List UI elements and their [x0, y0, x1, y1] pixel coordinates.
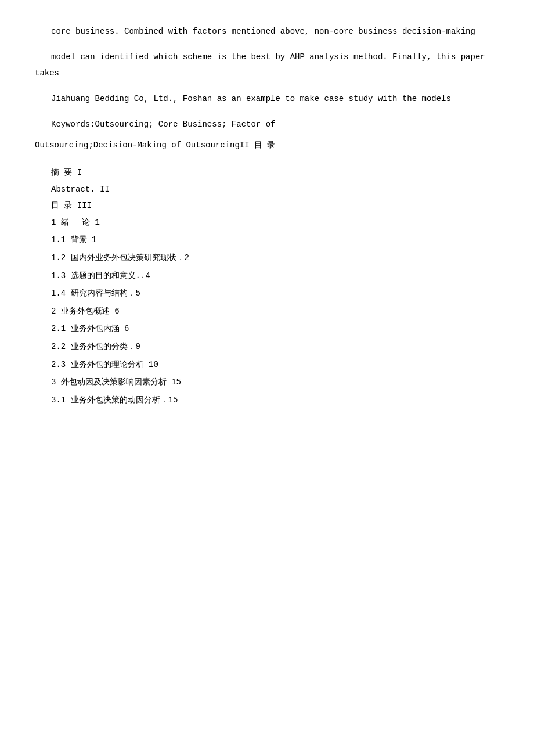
toc-item-1-2-text: 1.2 国内外业务外包决策研究现状．2	[51, 253, 189, 262]
paragraph-3-text: Jiahuang Bedding Co, Ltd., Foshan as an …	[51, 94, 451, 103]
toc-item-1-text: 1 绪 论 1	[51, 218, 100, 227]
toc-zhaiyao-text: 摘 要 I	[51, 168, 82, 177]
toc-item-1-4-text: 1.4 研究内容与结构．5	[51, 289, 140, 298]
toc-item-2-1-text: 2.1 业务外包内涵 6	[51, 324, 129, 333]
toc-item-2-3: 2.3 业务外包的理论分析 10	[35, 357, 499, 373]
toc-item-1-3: 1.3 选题的目的和意义..4	[35, 268, 499, 284]
toc-item-3: 3 外包动因及决策影响因素分析 15	[35, 375, 499, 390]
keywords-text-2: Outsourcing;Decision-Making of Outsourci…	[35, 141, 275, 150]
keywords-line-2: Outsourcing;Decision-Making of Outsourci…	[35, 137, 499, 153]
toc-item-1: 1 绪 论 1	[35, 215, 499, 231]
toc-item-1-2: 1.2 国内外业务外包决策研究现状．2	[35, 250, 499, 266]
toc-abstract-text: Abstract. II	[51, 185, 110, 194]
toc-abstract: Abstract. II	[35, 182, 499, 197]
toc-mulu: 目 录 III	[35, 198, 499, 214]
paragraph-3: Jiahuang Bedding Co, Ltd., Foshan as an …	[35, 91, 499, 107]
toc-mulu-text: 目 录 III	[51, 201, 92, 210]
keywords-line-1: Keywords:Outsourcing; Core Business; Fac…	[35, 116, 499, 132]
toc-item-3-1: 3.1 业务外包决策的动因分析．15	[35, 393, 499, 408]
toc-item-2: 2 业务外包概述 6	[35, 304, 499, 319]
toc-item-1-4: 1.4 研究内容与结构．5	[35, 286, 499, 301]
paragraph-2: model can identified which scheme is the…	[35, 49, 499, 81]
toc-item-1-3-text: 1.3 选题的目的和意义..4	[51, 271, 150, 280]
toc-item-2-3-text: 2.3 业务外包的理论分析 10	[51, 360, 158, 369]
toc-item-2-1: 2.1 业务外包内涵 6	[35, 321, 499, 337]
document-content: core business. Combined with factors men…	[35, 23, 499, 408]
keywords-text-1: Keywords:Outsourcing; Core Business; Fac…	[51, 120, 275, 129]
paragraph-1-text: core business. Combined with factors men…	[51, 27, 475, 36]
toc-item-2-2-text: 2.2 业务外包的分类．9	[51, 342, 140, 351]
toc-item-2-text: 2 业务外包概述 6	[51, 307, 120, 316]
toc-zhaiyao: 摘 要 I	[35, 165, 499, 181]
paragraph-1: core business. Combined with factors men…	[35, 23, 499, 39]
toc-item-1-1: 1.1 背景 1	[35, 232, 499, 248]
toc-item-3-text: 3 外包动因及决策影响因素分析 15	[51, 377, 181, 387]
toc-item-1-1-text: 1.1 背景 1	[51, 235, 96, 244]
toc-item-3-1-text: 3.1 业务外包决策的动因分析．15	[51, 395, 178, 405]
toc-item-2-2: 2.2 业务外包的分类．9	[35, 339, 499, 355]
paragraph-2-text: model can identified which scheme is the…	[35, 52, 485, 78]
